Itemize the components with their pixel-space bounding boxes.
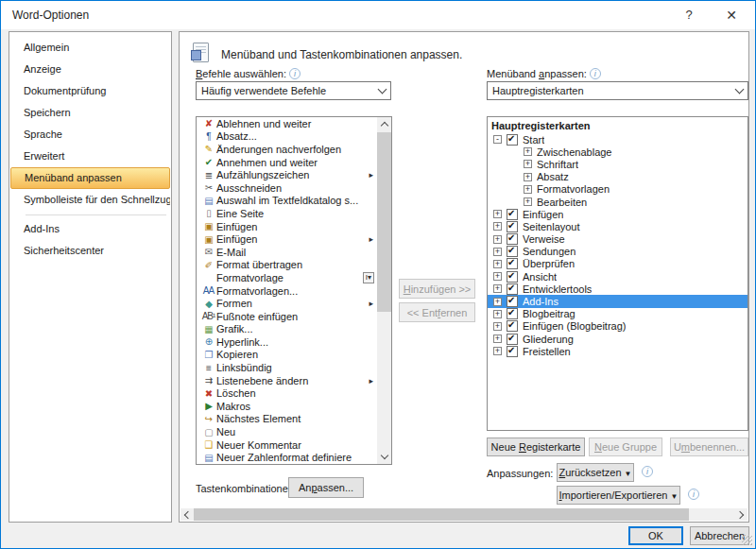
tree-item[interactable]: + Bearbeiten <box>488 196 747 208</box>
checkbox-icon[interactable] <box>507 246 518 257</box>
sidebar-item[interactable]: Allgemein <box>10 37 170 59</box>
commands-scrollbar[interactable] <box>377 117 391 464</box>
command-item[interactable]: ✖ Löschen <box>197 386 377 400</box>
new-group-button[interactable]: Neue Gruppe <box>589 437 662 456</box>
command-item[interactable]: ≣ Aufzählungszeichen ▸ <box>197 168 377 181</box>
command-item[interactable]: ▶ Makros <box>197 400 377 413</box>
tree-item[interactable]: + Schriftart <box>488 158 747 170</box>
sidebar-item[interactable]: Menüband anpassen <box>10 167 170 189</box>
command-item[interactable]: ✉ E-Mail <box>197 246 377 259</box>
sidebar-item[interactable]: Dokumentprüfung <box>10 80 170 102</box>
tree-expander-icon[interactable]: + <box>493 335 502 343</box>
command-item[interactable]: ▢ Neu <box>197 425 377 438</box>
sidebar-item[interactable]: Speichern <box>10 102 170 124</box>
commands-dropdown[interactable]: Häufig verwendete Befehle <box>196 81 391 100</box>
command-item[interactable]: ⊕ Hyperlink... <box>197 335 377 349</box>
sidebar-item[interactable]: Anzeige <box>10 59 170 80</box>
ok-button[interactable]: OK <box>628 526 683 545</box>
add-button[interactable]: Hinzufügen >> <box>399 279 475 299</box>
command-item[interactable]: ⇉ Listenebene ändern ▸ <box>197 374 377 387</box>
resize-grip[interactable] <box>742 535 752 545</box>
command-item[interactable]: ▯ Eine Seite <box>197 207 377 220</box>
checkbox-icon[interactable] <box>507 334 518 345</box>
new-tab-button[interactable]: Neue Registerkarte <box>487 437 585 456</box>
command-item[interactable]: ↪ Nächstes Element <box>197 413 377 426</box>
rename-button[interactable]: Umbenennen... <box>670 437 748 456</box>
checkbox-icon[interactable] <box>507 271 518 283</box>
tree-item[interactable]: + Blogbeitrag <box>488 308 747 320</box>
tree-expander-icon[interactable]: + <box>524 147 532 156</box>
sidebar-item[interactable]: Sprache <box>10 124 170 146</box>
tree-expander-icon[interactable]: + <box>493 222 502 231</box>
sidebar-item[interactable]: Erweitert <box>10 146 170 167</box>
tree-item[interactable]: + Absatz <box>488 171 747 183</box>
tree-expander-icon[interactable]: + <box>493 298 502 306</box>
tree-item[interactable]: + Verweise <box>488 233 747 246</box>
tree-expander-icon[interactable]: + <box>493 235 502 244</box>
cancel-button[interactable]: Abbrechen <box>690 526 749 545</box>
command-item[interactable]: ▣ Einfügen <box>197 220 377 233</box>
command-item[interactable]: ▤ Auswahl im Textfeldkatalog s... <box>197 195 377 208</box>
tree-item[interactable]: + Entwicklertools <box>488 283 747 295</box>
scroll-up-icon[interactable] <box>377 117 391 131</box>
checkbox-icon[interactable] <box>507 320 518 332</box>
tree-expander-icon[interactable]: + <box>493 260 502 268</box>
tree-expander-icon[interactable]: + <box>493 248 502 256</box>
sidebar-item[interactable]: Sicherheitscenter <box>10 240 170 262</box>
checkbox-icon[interactable] <box>507 258 518 269</box>
tree-expander-icon[interactable]: + <box>524 173 532 181</box>
command-item[interactable]: ❐ Kopieren <box>197 349 377 362</box>
tree-expander-icon[interactable]: + <box>524 185 532 194</box>
help-button[interactable]: ? <box>670 1 708 29</box>
command-item[interactable]: ≡ Linksbündig <box>197 361 377 374</box>
reset-button[interactable]: Zurücksetzen ▼ <box>557 463 634 482</box>
info-icon[interactable]: i <box>289 68 301 79</box>
close-icon[interactable]: ✕ <box>713 1 750 29</box>
checkbox-icon[interactable] <box>507 308 518 319</box>
checkbox-icon[interactable] <box>507 296 518 307</box>
tree-item[interactable]: + Einfügen <box>488 208 747 220</box>
info-icon[interactable]: i <box>642 466 653 477</box>
command-item[interactable]: ✂ Ausschneiden <box>197 181 377 195</box>
command-item[interactable]: AA Formatvorlagen... <box>197 284 377 298</box>
tree-expander-icon[interactable]: + <box>493 322 502 331</box>
tree-expander-icon[interactable]: + <box>493 284 502 293</box>
tree-expander-icon[interactable]: + <box>493 210 502 218</box>
command-item[interactable]: ✔ Annehmen und weiter <box>197 156 377 169</box>
scroll-down-icon[interactable] <box>377 450 391 464</box>
tree-item[interactable]: + Add-Ins <box>488 295 747 307</box>
tree-item[interactable]: + Sendungen <box>488 246 747 258</box>
tree-expander-icon[interactable]: + <box>524 160 532 168</box>
tree-item[interactable]: + Zwischenablage <box>488 146 747 158</box>
tree-item[interactable]: + Seitenlayout <box>488 220 747 232</box>
scrollbar-thumb[interactable] <box>194 508 689 521</box>
horizontal-scrollbar[interactable] <box>180 508 747 521</box>
import-export-button[interactable]: Importieren/Exportieren ▼ <box>557 486 680 505</box>
checkbox-icon[interactable] <box>507 283 518 295</box>
tree-item[interactable]: + Einfügen (Blogbeitrag) <box>488 320 747 333</box>
remove-button[interactable]: << Entfernen <box>399 302 475 322</box>
command-item[interactable]: ❑ Neuer Kommentar <box>197 438 377 452</box>
scroll-left-icon[interactable] <box>180 508 193 521</box>
command-item[interactable]: ✐ Format übertragen <box>197 259 377 272</box>
tree-expander-icon[interactable]: + <box>493 310 502 318</box>
tree-expander-icon[interactable]: + <box>493 272 502 281</box>
command-item[interactable]: ¶ Absatz... <box>197 130 377 144</box>
checkbox-icon[interactable] <box>507 209 518 220</box>
tree-item[interactable]: + Freistellen <box>488 345 747 357</box>
command-item[interactable]: ✎ Änderungen nachverfolgen <box>197 143 377 156</box>
checkbox-icon[interactable] <box>507 346 518 357</box>
info-icon[interactable]: i <box>590 68 601 79</box>
sidebar-item[interactable] <box>10 211 170 218</box>
info-icon[interactable]: i <box>688 489 699 500</box>
tree-expander-icon[interactable]: + <box>493 347 502 355</box>
tree-item[interactable]: + Ansicht <box>488 270 747 283</box>
ribbon-tabs-dropdown[interactable]: Hauptregisterkarten <box>487 81 748 100</box>
tree-item[interactable]: + Überprüfen <box>488 258 747 270</box>
scroll-right-icon[interactable] <box>735 508 747 521</box>
command-item[interactable]: ◆ Formen ▸ <box>197 297 377 310</box>
tree-expander-icon[interactable]: - <box>493 135 502 144</box>
sidebar-item[interactable]: Add-Ins <box>10 218 170 240</box>
checkbox-icon[interactable] <box>507 134 518 146</box>
checkbox-icon[interactable] <box>507 221 518 232</box>
